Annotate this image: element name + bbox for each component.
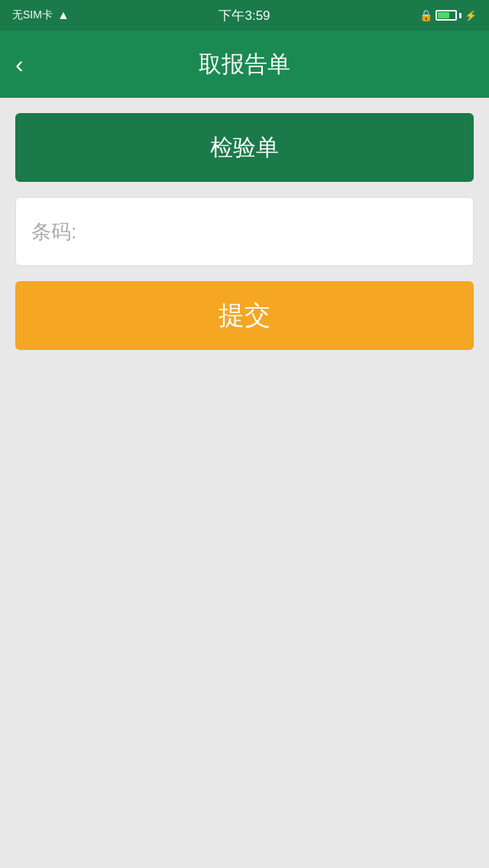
main-content: 检验单 提交 xyxy=(0,98,489,868)
battery-fill xyxy=(438,12,449,18)
wifi-icon: ▲ xyxy=(57,8,70,22)
jianyan-tab-label: 检验单 xyxy=(210,132,279,164)
battery-tip xyxy=(459,13,461,18)
barcode-input-container xyxy=(15,197,474,266)
battery-indicator xyxy=(436,10,461,21)
page-title: 取报告单 xyxy=(199,49,290,80)
status-right: 🔒 ⚡ xyxy=(419,9,477,21)
barcode-input[interactable] xyxy=(31,220,458,244)
submit-button[interactable]: 提交 xyxy=(15,281,474,350)
back-button[interactable]: ‹ xyxy=(15,52,24,76)
nav-bar: ‹ 取报告单 xyxy=(0,31,489,98)
submit-label: 提交 xyxy=(219,298,270,333)
battery-body xyxy=(436,10,457,21)
bolt-icon: ⚡ xyxy=(465,10,477,21)
jianyan-tab-button[interactable]: 检验单 xyxy=(15,113,474,182)
sim-status: 无SIM卡 xyxy=(12,8,53,22)
status-bar: 无SIM卡 ▲ 下午3:59 🔒 ⚡ xyxy=(0,0,489,31)
status-left: 无SIM卡 ▲ xyxy=(12,8,70,22)
status-time: 下午3:59 xyxy=(219,7,270,24)
lock-icon: 🔒 xyxy=(419,9,432,21)
